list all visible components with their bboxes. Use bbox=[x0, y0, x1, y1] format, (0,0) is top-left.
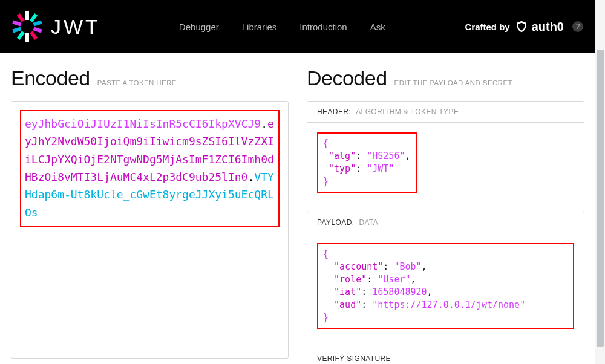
svg-rect-0 bbox=[25, 11, 29, 20]
header-json[interactable]: { "alg": "HS256", "typ": "JWT" } bbox=[323, 137, 411, 188]
payload-section-label: PAYLOAD: bbox=[317, 218, 354, 227]
verify-label: VERIFY SIGNATURE bbox=[317, 354, 391, 363]
encoded-column: Encoded PASTE A TOKEN HERE eyJhbGciOiJIU… bbox=[11, 67, 289, 364]
main-nav: Debugger Libraries Introduction Ask bbox=[179, 22, 385, 32]
header-section-label: HEADER: bbox=[317, 108, 351, 116]
encoded-token[interactable]: eyJhbGciOiJIUzI1NiIsInR5cCI6IkpXVCJ9.eyJ… bbox=[25, 115, 275, 221]
decoded-header: Decoded EDIT THE PAYLOAD AND SECRET bbox=[307, 67, 584, 90]
scrollbar-thumb[interactable] bbox=[597, 50, 604, 347]
svg-rect-8 bbox=[30, 31, 38, 40]
nav-ask[interactable]: Ask bbox=[370, 22, 385, 32]
svg-rect-5 bbox=[12, 27, 21, 33]
payload-json-panel[interactable]: { "account": "Bob", "role": "User", "iat… bbox=[307, 233, 584, 339]
token-header-segment: eyJhbGciOiJIUzI1NiIsInR5cCI6IkpXVCJ9 bbox=[25, 117, 261, 130]
main-content: Encoded PASTE A TOKEN HERE eyJhbGciOiJIU… bbox=[0, 53, 595, 364]
nav-debugger[interactable]: Debugger bbox=[179, 22, 219, 32]
page-header: JWT Debugger Libraries Introduction Ask … bbox=[0, 0, 595, 53]
encoded-panel[interactable]: eyJhbGciOiJIUzI1NiIsInR5cCI6IkpXVCJ9.eyJ… bbox=[11, 101, 289, 359]
header-json-panel[interactable]: { "alg": "HS256", "typ": "JWT" } bbox=[307, 123, 584, 203]
encoded-header: Encoded PASTE A TOKEN HERE bbox=[11, 67, 289, 90]
crafted-prefix: Crafted by bbox=[465, 22, 509, 32]
auth0-word: auth0 bbox=[532, 20, 564, 34]
svg-rect-4 bbox=[33, 20, 42, 26]
nav-libraries[interactable]: Libraries bbox=[242, 22, 277, 32]
auth0-badge: auth0 bbox=[515, 20, 564, 34]
payload-section-bar: PAYLOAD: DATA bbox=[307, 212, 584, 233]
svg-rect-9 bbox=[17, 13, 25, 22]
encoded-title: Encoded bbox=[11, 67, 90, 90]
header-section-bar: HEADER: ALGORITHM & TOKEN TYPE bbox=[307, 101, 584, 123]
nav-introduction[interactable]: Introduction bbox=[299, 22, 347, 32]
decoded-title: Decoded bbox=[307, 67, 387, 90]
auth0-shield-icon bbox=[515, 20, 528, 33]
payload-json[interactable]: { "account": "Bob", "role": "User", "iat… bbox=[323, 248, 568, 324]
svg-rect-1 bbox=[25, 33, 29, 42]
payload-highlight-box: { "account": "Bob", "role": "User", "iat… bbox=[317, 243, 574, 329]
jwt-logo-icon bbox=[12, 11, 42, 42]
help-icon[interactable]: ? bbox=[572, 21, 583, 32]
crafted-by[interactable]: Crafted by auth0 ? bbox=[465, 20, 583, 34]
brand-text: JWT bbox=[51, 15, 100, 39]
svg-rect-7 bbox=[12, 20, 21, 26]
encoded-highlight-box: eyJhbGciOiJIUzI1NiIsInR5cCI6IkpXVCJ9.eyJ… bbox=[20, 110, 280, 227]
svg-rect-6 bbox=[33, 27, 42, 33]
decoded-column: Decoded EDIT THE PAYLOAD AND SECRET HEAD… bbox=[307, 67, 584, 364]
vertical-scrollbar[interactable] bbox=[595, 0, 605, 364]
payload-section-sub: DATA bbox=[359, 218, 378, 227]
encoded-subtitle: PASTE A TOKEN HERE bbox=[97, 79, 177, 86]
svg-rect-2 bbox=[30, 13, 38, 22]
decoded-subtitle: EDIT THE PAYLOAD AND SECRET bbox=[394, 79, 512, 86]
header-highlight-box: { "alg": "HS256", "typ": "JWT" } bbox=[317, 132, 417, 193]
verify-section-bar: VERIFY SIGNATURE bbox=[307, 348, 584, 364]
svg-rect-3 bbox=[17, 31, 25, 40]
header-section-sub: ALGORITHM & TOKEN TYPE bbox=[356, 108, 459, 116]
brand[interactable]: JWT bbox=[12, 11, 100, 42]
